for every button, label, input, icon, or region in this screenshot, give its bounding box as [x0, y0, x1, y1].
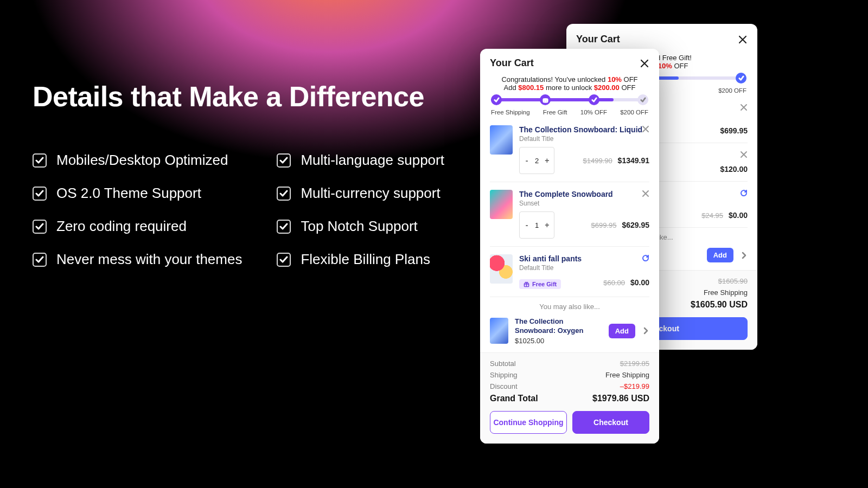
grand-total-label: Grand Total: [490, 394, 538, 403]
item-price: $1349.91: [618, 156, 649, 165]
progress-stop-icon: [637, 94, 648, 105]
promo-text: Congratulations! You've unlocked 10% OFF…: [480, 74, 659, 94]
remove-item-icon[interactable]: [642, 190, 649, 197]
item-title: The Collection Snowboard: Liquid: [519, 125, 649, 134]
refresh-icon[interactable]: [740, 189, 748, 197]
progress-label: $200 OFF: [718, 87, 746, 94]
item-price: $629.95: [622, 221, 649, 229]
grand-total: $1979.86 USD: [592, 394, 649, 403]
qty-plus-icon[interactable]: +: [544, 214, 550, 236]
feature-item: Never mess with your themes: [33, 251, 242, 268]
progress-label: $200 OFF: [620, 109, 648, 115]
continue-shopping-button[interactable]: Continue Shopping: [490, 411, 567, 434]
remove-item-icon[interactable]: [740, 151, 748, 158]
item-variant: Sunset: [519, 200, 649, 207]
quantity-stepper[interactable]: - 2 +: [519, 147, 554, 174]
item-variant: Default Title: [519, 264, 649, 272]
cart-item: The Collection Snowboard: Liquid Default…: [490, 118, 649, 182]
qty-value: 1: [535, 221, 539, 229]
feature-label: Zero coding required: [56, 218, 187, 235]
item-thumbnail: [490, 318, 508, 344]
subtotal-label: Subtotal: [490, 359, 516, 368]
refresh-icon[interactable]: [642, 254, 649, 262]
feature-item: Mobiles/Desktop Optimized: [33, 152, 242, 169]
item-price: $120.00: [720, 165, 748, 174]
cart-summary: Subtotal $2199.85 Shipping Free Shipping…: [480, 352, 659, 444]
item-price-old: $1499.90: [583, 157, 612, 165]
qty-minus-icon[interactable]: -: [524, 150, 529, 171]
feature-item: Top Notch Support: [277, 218, 444, 235]
feature-label: Flexible Billing Plans: [301, 251, 430, 268]
add-button[interactable]: Add: [609, 324, 635, 338]
cart-item: The Complete Snowboard Sunset - 1 + $699…: [490, 182, 649, 246]
qty-plus-icon[interactable]: +: [544, 150, 550, 171]
quantity-stepper[interactable]: - 1 +: [519, 211, 554, 239]
item-price-old: $60.00: [603, 279, 625, 287]
checkmark-icon: [33, 220, 47, 234]
item-thumbnail: [490, 190, 513, 219]
item-price: $0.00: [630, 278, 649, 287]
feature-list: Mobiles/Desktop Optimized OS 2.0 Theme S…: [33, 152, 444, 268]
feature-item: Multi-currency support: [277, 185, 444, 202]
progress-stop-icon: [589, 94, 599, 105]
qty-minus-icon[interactable]: -: [524, 214, 529, 236]
progress-label: 10% OFF: [580, 109, 607, 115]
add-button[interactable]: Add: [707, 248, 733, 262]
progress-bar: Free Shipping Free Gift 10% OFF $200 OFF: [480, 94, 659, 118]
upsell-heading: You may also like...: [490, 297, 649, 314]
item-title: Ski anti fall pants: [519, 254, 649, 263]
close-icon[interactable]: [640, 59, 649, 68]
feature-label: Multi-currency support: [301, 185, 440, 202]
progress-stop-gift-icon: [540, 94, 551, 105]
gift-icon: [524, 281, 529, 287]
feature-item: Flexible Billing Plans: [277, 251, 444, 268]
feature-item: Multi-language support: [277, 152, 444, 169]
item-thumbnail: [490, 254, 513, 284]
upsell-title: The Collection Snowboard: Oxygen: [515, 317, 602, 336]
discount-label: Discount: [490, 382, 518, 390]
item-price-old: $24.95: [701, 211, 723, 220]
checkmark-icon: [277, 253, 291, 267]
progress-label: Free Shipping: [491, 109, 530, 115]
cart-drawer: Your Cart Congratulations! You've unlock…: [480, 49, 659, 444]
chevron-right-icon[interactable]: [642, 327, 649, 335]
progress-stop-icon: [491, 94, 502, 105]
feature-label: Multi-language support: [301, 152, 444, 169]
cart-title: Your Cart: [576, 34, 620, 45]
subtotal-strike: $1605.90: [718, 277, 748, 285]
item-price: $0.00: [729, 211, 748, 220]
hero-title: Details that Make a Difference: [33, 80, 424, 113]
checkmark-icon: [277, 187, 291, 201]
feature-label: Mobiles/Desktop Optimized: [56, 152, 228, 169]
checkmark-icon: [33, 153, 47, 168]
item-price: $699.95: [720, 126, 748, 135]
feature-label: Never mess with your themes: [56, 251, 242, 268]
grand-total: $1605.90 USD: [691, 300, 748, 310]
subtotal-value: $2199.85: [620, 359, 649, 368]
item-variant: Default Title: [519, 135, 649, 143]
checkmark-icon: [277, 153, 291, 168]
feature-label: OS 2.0 Theme Support: [56, 185, 201, 202]
progress-label: Free Gift: [543, 109, 567, 115]
item-thumbnail: [490, 125, 513, 155]
checkmark-icon: [33, 253, 47, 267]
upsell-item: The Collection Snowboard: Oxygen $1025.0…: [480, 314, 659, 352]
cart-title: Your Cart: [490, 57, 534, 69]
feature-item: Zero coding required: [33, 218, 242, 235]
shipping-value: Free Shipping: [605, 371, 649, 379]
progress-stop-icon: [736, 73, 746, 84]
discount-value: –$219.99: [620, 382, 649, 390]
chevron-right-icon[interactable]: [740, 252, 748, 259]
remove-item-icon[interactable]: [642, 125, 649, 133]
shipping-value: Free Shipping: [704, 288, 748, 297]
shipping-label: Shipping: [490, 371, 518, 379]
checkout-button[interactable]: Checkout: [572, 411, 649, 434]
close-icon[interactable]: [738, 35, 748, 44]
feature-label: Top Notch Support: [301, 218, 417, 235]
free-gift-badge: Free Gift: [519, 279, 561, 289]
item-title: The Complete Snowboard: [519, 190, 649, 198]
remove-item-icon[interactable]: [740, 104, 748, 111]
cart-item-gift: Ski anti fall pants Default Title Free G…: [490, 246, 649, 297]
item-price-old: $699.95: [591, 221, 617, 229]
qty-value: 2: [535, 157, 539, 165]
